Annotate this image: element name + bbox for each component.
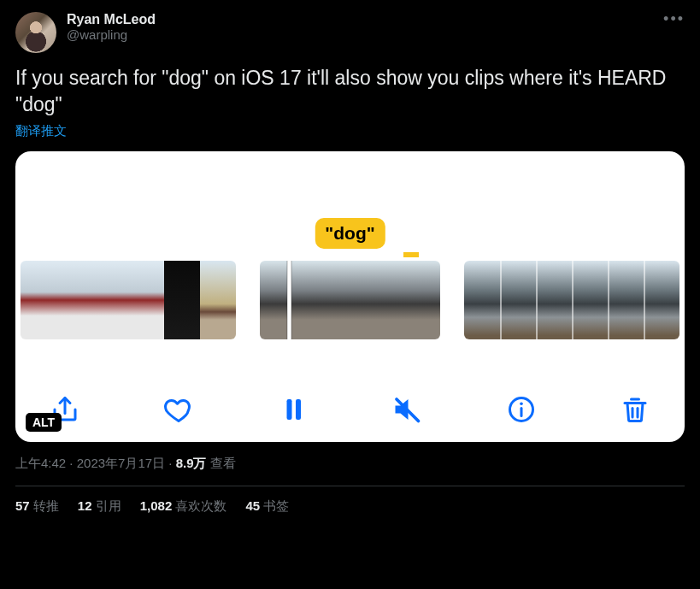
avatar[interactable] <box>15 12 56 53</box>
translate-link[interactable]: 翻译推文 <box>15 123 685 139</box>
heart-icon[interactable] <box>163 394 194 425</box>
handle: @warpling <box>67 27 156 42</box>
clip-strip-1[interactable] <box>21 261 236 339</box>
media-action-row <box>15 394 685 425</box>
caption-marker <box>403 252 419 257</box>
trash-icon[interactable] <box>620 394 650 425</box>
media-inner: "dog" <box>15 151 685 442</box>
views-label: 查看 <box>207 456 236 470</box>
info-icon[interactable] <box>506 394 537 425</box>
playhead[interactable] <box>287 261 291 339</box>
tweet-meta: 上午4:42 · 2023年7月17日 · 8.9万 查看 <box>15 456 685 472</box>
svg-rect-0 <box>286 399 291 420</box>
retweets-stat[interactable]: 57 转推 <box>15 498 59 515</box>
video-filmstrips <box>15 261 685 339</box>
svg-point-5 <box>520 403 523 406</box>
author-names[interactable]: Ryan McLeod @warpling <box>67 12 156 42</box>
bookmarks-stat[interactable]: 45 书签 <box>245 498 289 515</box>
media-attachment[interactable]: "dog" <box>15 151 685 442</box>
quotes-stat[interactable]: 12 引用 <box>78 498 121 515</box>
pause-icon[interactable] <box>278 394 309 425</box>
mute-icon[interactable] <box>391 394 422 425</box>
likes-stat[interactable]: 1,082 喜欢次数 <box>140 498 227 515</box>
tweet-text: If you search for "dog" on iOS 17 it'll … <box>15 65 685 118</box>
date[interactable]: 2023年7月17日 <box>77 456 165 470</box>
views-count: 8.9万 <box>176 456 207 470</box>
tweet-container: Ryan McLeod @warpling ••• If you search … <box>0 0 700 527</box>
alt-badge[interactable]: ALT <box>26 413 62 432</box>
caption-highlight: "dog" <box>315 218 385 249</box>
more-icon[interactable]: ••• <box>663 10 685 28</box>
time[interactable]: 上午4:42 <box>15 456 66 470</box>
tweet-stats: 57 转推 12 引用 1,082 喜欢次数 45 书签 <box>15 498 685 515</box>
clip-strip-3[interactable] <box>464 261 679 339</box>
divider <box>15 486 685 486</box>
display-name: Ryan McLeod <box>67 12 156 27</box>
svg-rect-1 <box>296 399 301 420</box>
tweet-header: Ryan McLeod @warpling ••• <box>15 12 685 53</box>
clip-strip-2[interactable] <box>260 261 439 339</box>
